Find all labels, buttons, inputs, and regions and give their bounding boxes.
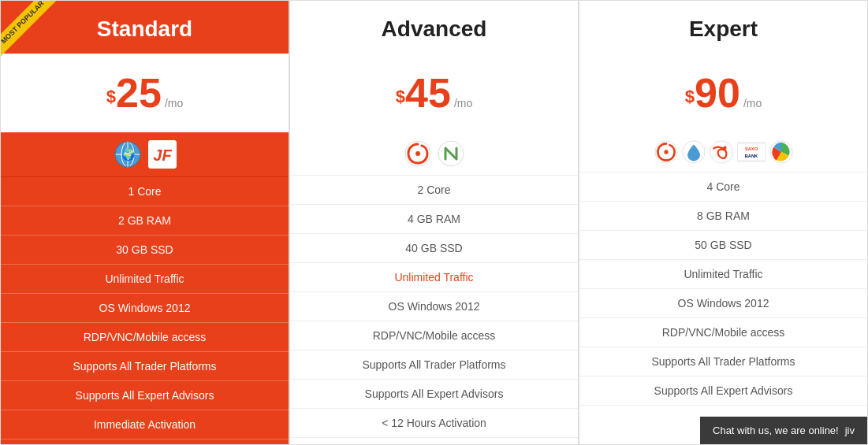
expert-currency: $	[685, 87, 695, 106]
feature-ram: 8 GB RAM	[579, 202, 867, 231]
feature-ram: 2 GB RAM	[1, 206, 289, 235]
feature-advisor: Supports All Expert Advisors	[1, 381, 289, 410]
feature-ssd: 50 GB SSD	[579, 231, 867, 260]
feature-traffic: Unlimited Traffic	[579, 260, 867, 289]
advanced-features: 2 Core 4 GB RAM 40 GB SSD Unlimited Traf…	[290, 176, 578, 444]
expert-features: 4 Core 8 GB RAM 50 GB SSD Unlimited Traf…	[579, 172, 867, 444]
feature-trader: Supports All Trader Platforms	[290, 350, 578, 380]
feature-os: OS Windows 2012	[290, 292, 578, 321]
feature-ram: 4 GB RAM	[290, 205, 578, 234]
feature-rdp: RDP/VNC/Mobile access	[579, 318, 867, 347]
standard-currency: $	[106, 87, 116, 106]
globe-icon: 🌍	[114, 140, 142, 169]
plan-advanced: Advanced $45/mo 2 Core 4 GB RAM 40 GB SS…	[289, 0, 579, 445]
feature-trader: Supports All Trader Platforms	[579, 347, 867, 376]
svg-point-9	[415, 151, 420, 156]
advanced-price-row: $45/mo	[290, 54, 578, 132]
svg-point-12	[664, 150, 668, 154]
chat-widget[interactable]: Chat with us, we are online! jiv	[700, 417, 867, 444]
advanced-currency: $	[396, 87, 405, 106]
expert-price-row: $90/mo	[579, 54, 867, 132]
svg-point-15	[723, 146, 726, 150]
standard-price: 25	[116, 70, 162, 116]
feature-os: OS Windows 2012	[579, 289, 867, 318]
svg-text:SAXO: SAXO	[744, 146, 758, 151]
feature-activation: Immediate Activation	[1, 410, 289, 439]
svg-rect-16	[737, 143, 766, 161]
feature-core: 4 Core	[579, 172, 867, 202]
advanced-plan-name: Advanced	[298, 17, 570, 42]
feature-traffic: Unlimited Traffic	[1, 265, 289, 294]
expert-period: /mo	[743, 97, 762, 109]
svg-text:🌍: 🌍	[121, 148, 135, 161]
feature-core: 2 Core	[290, 176, 578, 205]
expert-header: Expert	[579, 1, 867, 54]
feature-rdp: RDP/VNC/Mobile access	[290, 321, 578, 350]
expert-price: 90	[695, 70, 740, 116]
chat-message: Chat with us, we are online!	[713, 425, 839, 436]
feature-core: 1 Core	[1, 177, 289, 206]
svg-text:BANK: BANK	[744, 154, 758, 158]
chat-brand: jiv	[845, 425, 855, 436]
expert-plan-name: Expert	[587, 17, 859, 42]
feature-os: OS Windows 2012	[1, 294, 289, 323]
feature-activation: < 12 Hours Activation	[290, 409, 578, 438]
jf-icon: JF	[148, 140, 177, 169]
standard-period: /mo	[165, 97, 183, 109]
pricing-container: MOST POPULAR Standard $25/mo 🌍	[0, 0, 868, 445]
saxo-bank-icon: SAXO BANK	[737, 141, 766, 163]
feature-trader: Supports All Trader Platforms	[1, 352, 289, 381]
feature-rdp: RDP/VNC/Mobile access	[1, 323, 289, 352]
advanced-header: Advanced	[290, 1, 578, 54]
advanced-price: 45	[405, 70, 451, 116]
feature-ssd: 40 GB SSD	[290, 234, 578, 263]
red-spiral-icon	[654, 140, 678, 164]
standard-logos: 🌍 JF	[1, 132, 289, 177]
feature-advisor: Supports All Expert Advisors	[579, 376, 867, 406]
feature-ssd: 30 GB SSD	[1, 235, 289, 265]
green-arrow-icon	[438, 140, 464, 167]
ribbon: MOST POPULAR	[1, 1, 72, 72]
green-circle-icon	[769, 140, 793, 164]
plan-expert: Expert $90/mo	[579, 0, 868, 445]
red-spiral-icon	[404, 140, 431, 167]
feature-traffic: Unlimited Traffic	[290, 263, 578, 292]
red-bird-icon	[710, 140, 733, 164]
plan-standard: MOST POPULAR Standard $25/mo 🌍	[0, 0, 289, 445]
ribbon-text: MOST POPULAR	[1, 1, 56, 56]
blue-droplet-icon	[682, 140, 706, 164]
advanced-period: /mo	[454, 97, 472, 109]
feature-advisor: Supports All Expert Advisors	[290, 380, 578, 409]
expert-logos: SAXO BANK	[579, 132, 867, 172]
standard-features: 1 Core 2 GB RAM 30 GB SSD Unlimited Traf…	[1, 177, 289, 444]
svg-point-14	[710, 141, 732, 163]
advanced-logos	[290, 132, 578, 176]
svg-text:JF: JF	[153, 146, 172, 164]
